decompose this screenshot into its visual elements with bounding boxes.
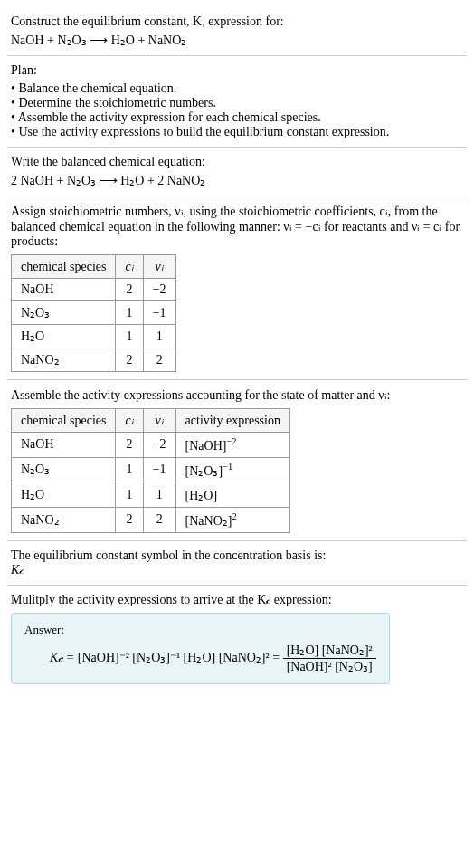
v-cell: 1 <box>143 325 175 348</box>
intro-section: Construct the equilibrium constant, K, e… <box>7 7 467 56</box>
intro-text: Construct the equilibrium constant, K, e… <box>11 14 463 29</box>
species-cell: NaOH <box>12 279 116 301</box>
table-header: activity expression <box>175 409 289 433</box>
c-cell: 2 <box>116 507 143 532</box>
stoich-intro: Assign stoichiometric numbers, νᵢ, using… <box>11 204 463 249</box>
eq-const-text: The equilibrium constant symbol in the c… <box>11 548 463 563</box>
v-cell: −1 <box>143 301 175 325</box>
table-row: H₂O 1 1 <box>12 325 176 348</box>
expr-base: [N₂O₃] <box>185 463 223 477</box>
expr-cell: [H₂O] <box>175 482 289 508</box>
expr-cell: [N₂O₃]−1 <box>175 457 289 482</box>
stoich-table: chemical species cᵢ νᵢ NaOH 2 −2 N₂O₃ 1 … <box>11 254 176 372</box>
answer-flat: [NaOH]⁻² [N₂O₃]⁻¹ [H₂O] [NaNO₂]² = <box>78 650 283 663</box>
multiply-intro: Mulitply the activity expressions to arr… <box>11 593 463 607</box>
c-cell: 1 <box>116 457 143 482</box>
intro-line1: Construct the equilibrium constant, K, e… <box>11 14 284 28</box>
c-cell: 2 <box>116 433 143 458</box>
eq-const-symbol: K𝒸 <box>11 563 463 577</box>
c-cell: 1 <box>116 482 143 508</box>
plan-section: Plan: Balance the chemical equation. Det… <box>7 56 467 148</box>
v-cell: −2 <box>143 279 175 301</box>
table-header: cᵢ <box>116 255 143 279</box>
v-cell: −2 <box>143 433 175 458</box>
species-cell: N₂O₃ <box>12 301 116 325</box>
species-cell: N₂O₃ <box>12 457 116 482</box>
species-cell: NaNO₂ <box>12 507 116 532</box>
balanced-title: Write the balanced chemical equation: <box>11 155 463 169</box>
c-cell: 1 <box>116 325 143 348</box>
table-row: NaNO₂ 2 2 <box>12 348 176 372</box>
expr-exp: 2 <box>232 511 236 521</box>
intro-equation: NaOH + N₂O₃ ⟶ H₂O + NaNO₂ <box>11 33 463 48</box>
balanced-equation: 2 NaOH + N₂O₃ ⟶ H₂O + 2 NaNO₂ <box>11 173 463 188</box>
plan-item: Use the activity expressions to build th… <box>11 125 463 139</box>
answer-fraction: [H₂O] [NaNO₂]²[NaOH]² [N₂O₃] <box>283 643 376 674</box>
species-cell: NaOH <box>12 433 116 458</box>
table-header: νᵢ <box>143 255 175 279</box>
expr-base: [NaNO₂] <box>185 514 232 528</box>
expr-cell: [NaNO₂]2 <box>175 507 289 532</box>
plan-item: Balance the chemical equation. <box>11 81 463 96</box>
eq-const-section: The equilibrium constant symbol in the c… <box>7 541 467 586</box>
balanced-section: Write the balanced chemical equation: 2 … <box>7 148 467 196</box>
table-row: N₂O₃ 1 −1 [N₂O₃]−1 <box>12 457 290 482</box>
activity-section: Assemble the activity expressions accoun… <box>7 380 467 541</box>
expr-exp: −2 <box>226 436 236 446</box>
species-cell: H₂O <box>12 325 116 348</box>
fraction-denominator: [NaOH]² [N₂O₃] <box>283 659 376 674</box>
plan-item: Assemble the activity expression for eac… <box>11 110 463 125</box>
v-cell: −1 <box>143 457 175 482</box>
fraction-numerator: [H₂O] [NaNO₂]² <box>283 643 376 659</box>
plan-title: Plan: <box>11 63 463 78</box>
table-row: H₂O 1 1 [H₂O] <box>12 482 290 508</box>
answer-label: Answer: <box>24 623 376 637</box>
c-cell: 1 <box>116 301 143 325</box>
c-cell: 2 <box>116 348 143 372</box>
expr-base: [H₂O] <box>185 489 218 502</box>
multiply-section: Mulitply the activity expressions to arr… <box>7 586 467 692</box>
v-cell: 2 <box>143 507 175 532</box>
table-header: νᵢ <box>143 409 175 433</box>
activity-intro: Assemble the activity expressions accoun… <box>11 387 463 403</box>
plan-list: Balance the chemical equation. Determine… <box>11 81 463 139</box>
table-header: chemical species <box>12 255 116 279</box>
table-header-row: chemical species cᵢ νᵢ <box>12 255 176 279</box>
expr-base: [NaOH] <box>185 439 227 453</box>
answer-lhs: K𝒸 = <box>50 650 78 663</box>
plan-item: Determine the stoichiometric numbers. <box>11 96 463 110</box>
table-row: NaOH 2 −2 <box>12 279 176 301</box>
table-header: cᵢ <box>116 409 143 433</box>
answer-formula: K𝒸 = [NaOH]⁻² [N₂O₃]⁻¹ [H₂O] [NaNO₂]² = … <box>24 643 376 674</box>
table-row: N₂O₃ 1 −1 <box>12 301 176 325</box>
expr-cell: [NaOH]−2 <box>175 433 289 458</box>
v-cell: 2 <box>143 348 175 372</box>
table-row: NaNO₂ 2 2 [NaNO₂]2 <box>12 507 290 532</box>
table-header: chemical species <box>12 409 116 433</box>
species-cell: H₂O <box>12 482 116 508</box>
activity-table: chemical species cᵢ νᵢ activity expressi… <box>11 408 290 533</box>
v-cell: 1 <box>143 482 175 508</box>
table-header-row: chemical species cᵢ νᵢ activity expressi… <box>12 409 290 433</box>
answer-box: Answer: K𝒸 = [NaOH]⁻² [N₂O₃]⁻¹ [H₂O] [Na… <box>11 613 390 684</box>
expr-exp: −1 <box>223 462 232 472</box>
stoich-section: Assign stoichiometric numbers, νᵢ, using… <box>7 196 467 380</box>
c-cell: 2 <box>116 279 143 301</box>
table-row: NaOH 2 −2 [NaOH]−2 <box>12 433 290 458</box>
species-cell: NaNO₂ <box>12 348 116 372</box>
